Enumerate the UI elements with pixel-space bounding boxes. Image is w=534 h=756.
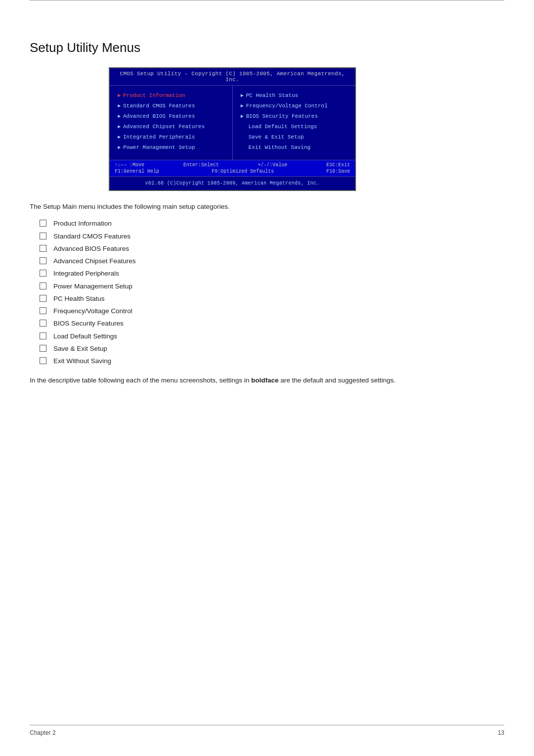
boldface-note-bold: boldface	[251, 377, 279, 384]
checkbox-icon	[40, 233, 46, 239]
bios-menu-label: Integrated Peripherals	[123, 134, 195, 140]
bios-footer-row1: ↑↓←→ :Move Enter:Select +/-/:Value ESC:E…	[115, 162, 350, 168]
list-item-label: Integrated Peripherals	[53, 269, 119, 279]
list-item: Integrated Peripherals	[40, 269, 504, 279]
boldface-note: In the descriptive table following each …	[30, 375, 504, 386]
list-item: Product Information	[40, 219, 504, 229]
bios-menu-label: Power Management Setup	[123, 144, 195, 150]
description-text: The Setup Main menu includes the followi…	[30, 202, 504, 212]
bios-menu-label: Standard CMOS Features	[123, 103, 195, 109]
checkbox-icon	[40, 357, 46, 364]
bios-menu-label: Advanced Chipset Features	[123, 124, 205, 130]
arrow-icon: ►	[118, 145, 121, 150]
list-item: Save & Exit Setup	[40, 344, 504, 354]
arrow-icon: ►	[118, 135, 121, 140]
bios-menu-item-advanced-bios[interactable]: ► Advanced BIOS Features	[118, 113, 224, 119]
checkbox-icon	[40, 345, 46, 352]
bios-menu-label: Load Default Settings	[249, 124, 317, 130]
page-footer: Chapter 2 13	[30, 725, 504, 736]
arrow-icon: ►	[118, 93, 121, 98]
arrow-icon: ►	[241, 103, 244, 109]
checkbox-icon	[40, 257, 46, 264]
list-item: Frequency/Voltage Control	[40, 306, 504, 316]
list-item: PC Health Status	[40, 294, 504, 304]
list-item: Standard CMOS Features	[40, 232, 504, 241]
checkbox-icon	[40, 220, 46, 227]
list-item: Power Management Setup	[40, 282, 504, 291]
bios-screenshot: CMOS Setup Utility - Copyright (C) 1985-…	[30, 67, 504, 191]
checkbox-icon	[40, 283, 46, 289]
list-item: BIOS Security Features	[40, 319, 504, 329]
bios-f9-hint: F9:Optimized Defaults	[212, 169, 274, 174]
list-item: Load Default Settings	[40, 331, 504, 341]
bios-f10-hint: F10:Save	[326, 169, 350, 174]
arrow-icon: ►	[241, 114, 244, 119]
bios-footer-row2: F1:General Help F9:Optimized Defaults F1…	[115, 169, 350, 174]
page-title: Setup Utility Menus	[30, 40, 504, 55]
bios-select-hint: Enter:Select	[183, 162, 219, 168]
bios-menu-item-integrated-peripherals[interactable]: ► Integrated Peripherals	[118, 134, 224, 140]
menu-list: Product Information Standard CMOS Featur…	[40, 219, 504, 366]
page-number: 13	[498, 729, 504, 736]
arrow-icon: ►	[241, 93, 244, 98]
bios-menu-item-advanced-chipset[interactable]: ► Advanced Chipset Features	[118, 124, 224, 130]
arrow-icon: ►	[118, 124, 121, 130]
bios-value-hint: +/-/:Value	[258, 162, 287, 168]
arrow-icon: ►	[118, 103, 121, 109]
list-item-label: Power Management Setup	[53, 282, 133, 291]
bios-menu-label: Advanced BIOS Features	[123, 113, 195, 119]
list-item-label: BIOS Security Features	[53, 319, 124, 329]
bios-menu-item-product-information[interactable]: ► Product Information	[118, 93, 224, 98]
arrow-icon: ►	[118, 114, 121, 119]
bios-title-bar: CMOS Setup Utility - Copyright (C) 1985-…	[110, 68, 355, 86]
bios-move-hint: ↑↓←→ :Move	[115, 162, 144, 168]
bios-menu-item-bios-security[interactable]: ► BIOS Security Features	[241, 113, 348, 119]
list-item-label: Frequency/Voltage Control	[53, 306, 133, 316]
boldface-note-before: In the descriptive table following each …	[30, 377, 251, 384]
checkbox-icon	[40, 295, 46, 302]
bios-menu-item-pc-health[interactable]: ► PC Health Status	[241, 93, 348, 98]
bios-menu-item-save-exit[interactable]: Save & Exit Setup	[249, 134, 348, 140]
bios-menu-label: BIOS Security Features	[246, 113, 318, 119]
bios-menu-label: Frequency/Voltage Control	[246, 103, 328, 109]
bios-menu-item-frequency-voltage[interactable]: ► Frequency/Voltage Control	[241, 103, 348, 109]
bios-left-menu: ► Product Information ► Standard CMOS Fe…	[110, 86, 233, 160]
bios-menu-item-exit-nosave[interactable]: Exit Without Saving	[249, 144, 348, 150]
boldface-note-after: are the default and suggested settings.	[279, 377, 396, 384]
list-item-label: Advanced BIOS Features	[53, 244, 129, 254]
list-item-label: Save & Exit Setup	[53, 344, 107, 354]
list-item-label: PC Health Status	[53, 294, 105, 304]
list-item: Exit Without Saving	[40, 356, 504, 366]
list-item: Advanced Chipset Features	[40, 256, 504, 266]
bios-copyright: v02.66 (C)Copyright 1985-2009, American …	[110, 176, 355, 190]
bios-menu-item-standard-cmos[interactable]: ► Standard CMOS Features	[118, 103, 224, 109]
list-item: Advanced BIOS Features	[40, 244, 504, 254]
bios-menu-item-power-management[interactable]: ► Power Management Setup	[118, 144, 224, 150]
checkbox-icon	[40, 245, 46, 252]
list-item-label: Standard CMOS Features	[53, 232, 131, 241]
bios-menu-label: Save & Exit Setup	[249, 134, 304, 140]
bios-menu-label: PC Health Status	[246, 93, 299, 98]
checkbox-icon	[40, 332, 46, 339]
bios-menu-label: Product Information	[123, 93, 185, 98]
list-item-label: Load Default Settings	[53, 331, 117, 341]
bios-right-menu: ► PC Health Status ► Frequency/Voltage C…	[233, 86, 356, 160]
checkbox-icon	[40, 270, 46, 277]
bios-exit-hint: ESC:Exit	[326, 162, 350, 168]
bios-menu-label: Exit Without Saving	[249, 144, 311, 150]
chapter-label: Chapter 2	[30, 729, 56, 736]
bios-f1-hint: F1:General Help	[115, 169, 159, 174]
bios-menu-item-load-defaults[interactable]: Load Default Settings	[249, 124, 348, 130]
checkbox-icon	[40, 307, 46, 314]
list-item-label: Product Information	[53, 219, 112, 229]
list-item-label: Advanced Chipset Features	[53, 256, 136, 266]
list-item-label: Exit Without Saving	[53, 356, 111, 366]
checkbox-icon	[40, 320, 46, 327]
